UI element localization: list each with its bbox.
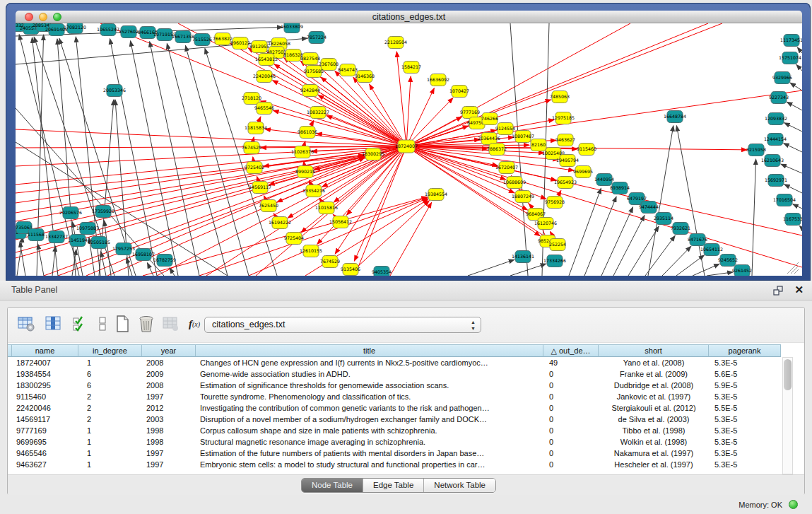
network-canvas[interactable]: 1872400776638228960122891295518226058982… — [16, 23, 802, 276]
tab-node-table[interactable]: Node Table — [302, 479, 363, 492]
graph-node[interactable]: 16958107 — [132, 249, 155, 261]
graph-node[interactable]: 11815834 — [245, 122, 267, 134]
table-row[interactable]: 1830029562008Estimation of significance … — [8, 380, 781, 391]
graph-node[interactable]: 7674525 — [242, 142, 261, 154]
graph-node[interactable]: 9242844 — [300, 85, 320, 97]
graph-node[interactable]: 9227343 — [769, 92, 789, 104]
graph-node[interactable]: 19384554 — [425, 189, 447, 201]
column-header-short[interactable]: short — [599, 344, 709, 357]
graph-node[interactable]: 8990215 — [295, 166, 315, 178]
resize-grip-icon[interactable] — [791, 266, 799, 274]
graph-node[interactable]: 9725402 — [245, 162, 264, 174]
graph-node[interactable]: 19654923 — [554, 177, 577, 189]
graph-node[interactable]: 17016504 — [773, 194, 796, 206]
table-row[interactable]: 946362711997Embryonic stem cells: a mode… — [8, 459, 781, 470]
graph-node[interactable]: 9329966 — [772, 72, 792, 84]
graph-node[interactable]: 16033809 — [281, 23, 303, 33]
table-row[interactable]: 969969511998Structural magnetic resonanc… — [8, 436, 781, 448]
graph-node[interactable]: 1070427 — [449, 86, 469, 98]
graph-node[interactable]: 7663822 — [213, 33, 233, 45]
select-columns-icon[interactable] — [43, 314, 63, 334]
graph-node[interactable]: 9115460 — [577, 144, 596, 156]
graph-node[interactable]: 7857224 — [307, 32, 326, 44]
graph-node[interactable]: 9261452 — [732, 265, 752, 276]
graph-node[interactable]: 8215958 — [746, 144, 766, 156]
graph-node[interactable]: 14136141 — [512, 251, 534, 263]
graph-node[interactable]: 15056412 — [329, 216, 352, 228]
graph-node[interactable]: 9146368 — [355, 71, 375, 83]
function-builder-icon[interactable]: f(x) — [184, 314, 204, 334]
graph-node[interactable]: 1440954 — [594, 174, 614, 186]
table-row[interactable]: 1872400712008Changes of HCN gene express… — [8, 357, 781, 368]
new-document-icon[interactable] — [112, 314, 132, 334]
graph-node[interactable]: 9827548 — [300, 53, 320, 65]
graph-node[interactable]: 13342737 — [45, 231, 68, 243]
resize-grip-icon[interactable] — [794, 269, 799, 274]
graph-node[interactable]: 1145194 — [68, 235, 88, 247]
graph-node[interactable]: 9861036 — [298, 127, 317, 139]
tab-network-table[interactable]: Network Table — [424, 479, 495, 492]
column-header-year[interactable]: year — [142, 344, 196, 357]
graph-node[interactable]: 82160 — [531, 139, 546, 151]
graph-node[interactable]: 12975185 — [552, 112, 575, 124]
table-row[interactable]: 946554611997Estimation of the future num… — [8, 448, 781, 459]
graph-node[interactable]: 9463627 — [555, 134, 575, 146]
graph-node[interactable]: 9725404 — [284, 233, 304, 245]
graph-node[interactable]: 12610155 — [300, 245, 322, 257]
graph-node[interactable]: 10655247 — [97, 24, 119, 36]
graph-node[interactable]: 7515526 — [192, 34, 212, 46]
graph-node[interactable]: 7625450 — [259, 200, 278, 212]
graph-node[interactable]: 20053346 — [103, 85, 126, 97]
graph-node[interactable]: 1584217 — [401, 62, 421, 74]
graph-node[interactable]: 17082120 — [64, 23, 86, 34]
float-window-icon[interactable] — [772, 285, 784, 296]
network-graph[interactable]: 1872400776638228960122891295518226058982… — [16, 23, 802, 276]
graph-node[interactable]: 11015816 — [315, 202, 338, 214]
column-header-out_degree[interactable]: △ out_de… — [543, 344, 599, 357]
graph-node[interactable]: 746266 — [481, 113, 498, 125]
graph-node[interactable]: 16648784 — [664, 111, 686, 123]
delete-table-icon[interactable] — [160, 314, 180, 334]
column-header-title[interactable]: title — [196, 344, 543, 357]
graph-node[interactable]: 1167533 — [783, 214, 802, 226]
graph-node[interactable]: 8960122 — [230, 37, 250, 49]
graph-node[interactable]: 12093832 — [765, 113, 787, 125]
graph-node[interactable]: 22420046 — [253, 71, 276, 83]
graph-node[interactable]: 15692971 — [765, 175, 787, 187]
graph-node[interactable]: 7886372 — [487, 144, 507, 156]
graph-node[interactable]: 16720407 — [495, 162, 518, 174]
graph-node[interactable]: 10688609 — [503, 177, 526, 189]
graph-node[interactable]: 9777169 — [460, 107, 480, 119]
tab-edge-table[interactable]: Edge Table — [363, 479, 424, 492]
graph-node[interactable]: 9405354 — [372, 267, 392, 276]
column-header-in_degree[interactable]: in_degree — [78, 344, 142, 357]
graph-node[interactable]: 16194222 — [269, 217, 291, 229]
column-header-pagerank[interactable]: pagerank — [709, 344, 781, 357]
graph-node[interactable]: 18724007 — [395, 140, 418, 153]
graph-node[interactable]: 1527602 — [119, 26, 139, 38]
table-row[interactable]: 1938455462009Genome-wide association stu… — [8, 368, 781, 380]
graph-node[interactable]: 9124554 — [495, 123, 515, 135]
table-scrollbar-thumb[interactable] — [784, 359, 792, 390]
table-row[interactable]: 2242004622012Investigating the contribut… — [8, 402, 781, 414]
graph-node[interactable]: 12444154 — [764, 134, 787, 146]
graph-node[interactable]: 7932621 — [671, 223, 690, 235]
column-header-name[interactable]: name — [12, 344, 78, 357]
table-row[interactable]: 911546021997Tourette syndrome. Phenomeno… — [8, 391, 781, 402]
graph-node[interactable]: 9135406 — [341, 264, 360, 276]
graph-node[interactable]: 8938914 — [610, 182, 630, 194]
graph-node[interactable]: 9245652 — [718, 255, 738, 267]
graph-node[interactable]: 11173451 — [780, 35, 802, 47]
window-titlebar[interactable]: citations_edges.txt — [16, 11, 802, 23]
graph-node[interactable]: 15751074 — [779, 52, 801, 64]
graph-node[interactable]: 7485063 — [550, 91, 570, 103]
graph-node[interactable]: 252254 — [549, 239, 566, 251]
graph-node[interactable]: 18807249 — [512, 191, 534, 203]
graph-node[interactable]: 12505185 — [88, 237, 110, 249]
graph-node[interactable]: 9699695 — [573, 166, 593, 178]
graph-node[interactable]: 16636092 — [427, 74, 449, 86]
table-selector-dropdown[interactable]: citations_edges.txt ▲▼ — [204, 317, 481, 333]
graph-node[interactable]: 9465546 — [254, 103, 274, 115]
table-row[interactable]: 977716911998Corpus callosum shape and si… — [8, 425, 781, 436]
graph-node[interactable]: 13354216 — [302, 185, 325, 197]
